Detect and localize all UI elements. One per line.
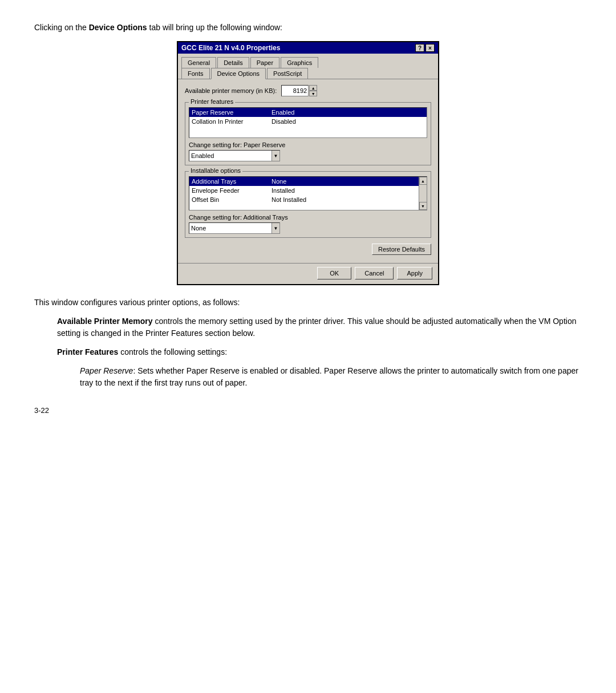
- dialog-wrapper: GCC Elite 21 N v4.0 Properties ? × Gener…: [34, 41, 582, 285]
- apply-button[interactable]: Apply: [397, 267, 432, 279]
- restore-row: Restore Defaults: [185, 244, 431, 255]
- indent-paper-reserve: Paper Reserve: Sets whether Paper Reserv…: [80, 365, 582, 389]
- install-row-offset[interactable]: Offset Bin Not Installed: [189, 195, 427, 204]
- install-name-offset: Offset Bin: [192, 196, 271, 203]
- install-row-envelope[interactable]: Envelope Feeder Installed: [189, 186, 427, 195]
- feature-name-collation: Collation In Printer: [192, 118, 271, 125]
- feature-row-paper-reserve[interactable]: Paper Reserve Enabled: [189, 108, 427, 117]
- intro-text-before: Clicking on the: [34, 23, 89, 32]
- printer-features-group: Printer features Paper Reserve Enabled C…: [185, 102, 431, 165]
- tab-paper[interactable]: Paper: [250, 57, 279, 68]
- body-section1: Available Printer Memory controls the me…: [57, 315, 582, 339]
- restore-defaults-button[interactable]: Restore Defaults: [372, 244, 431, 255]
- tab-postscript[interactable]: PostScript: [267, 68, 308, 79]
- dialog-footer: OK Cancel Apply: [178, 263, 438, 284]
- install-value-additional-trays: None: [271, 178, 286, 185]
- tab-details[interactable]: Details: [217, 57, 249, 68]
- help-button[interactable]: ?: [415, 44, 424, 52]
- body-section1-para: Available Printer Memory controls the me…: [57, 315, 582, 339]
- installable-dropdown-arrow-icon: ▼: [271, 223, 279, 233]
- change-installable-label: Change setting for: Additional Trays: [189, 214, 427, 221]
- tab-bar: General Details Paper Graphics Fonts Dev…: [178, 54, 438, 79]
- body-section2: Printer Features controls the following …: [57, 346, 582, 358]
- memory-label: Available printer memory (in KB):: [185, 87, 277, 94]
- dialog-title: GCC Elite 21 N v4.0 Properties: [181, 44, 280, 52]
- printer-features-label: Printer features: [189, 98, 235, 105]
- ok-button[interactable]: OK: [317, 267, 351, 279]
- body-section2-bold: Printer Features: [57, 347, 118, 356]
- dropdown-arrow-icon: ▼: [271, 151, 279, 161]
- tab-fonts[interactable]: Fonts: [181, 68, 210, 79]
- titlebar-buttons: ? ×: [415, 44, 435, 52]
- close-button[interactable]: ×: [425, 44, 435, 52]
- change-dropdown-value: Enabled: [191, 152, 214, 159]
- change-dropdown-row: Enabled ▼: [189, 150, 427, 161]
- spin-down[interactable]: ▼: [309, 91, 317, 96]
- indent-text-content: : Sets whether Paper Reserve is enabled …: [80, 366, 578, 387]
- indent-italic: Paper Reserve: [80, 366, 133, 375]
- install-name-additional-trays: Additional Trays: [192, 178, 271, 185]
- change-dropdown[interactable]: Enabled ▼: [189, 150, 280, 161]
- body-section2-para: Printer Features controls the following …: [57, 346, 582, 358]
- body-section2-text: controls the following settings:: [118, 347, 227, 356]
- change-installable-value: None: [191, 225, 206, 232]
- feature-name-paper-reserve: Paper Reserve: [192, 109, 271, 116]
- tab-device-options[interactable]: Device Options: [211, 68, 266, 79]
- installable-options-group: Installable options Additional Trays Non…: [185, 171, 431, 238]
- installable-label: Installable options: [189, 167, 242, 174]
- install-scrollbar: ▲ ▼: [419, 177, 427, 210]
- change-installable-dropdown-row: None ▼: [189, 222, 427, 234]
- feature-value-collation: Disabled: [271, 118, 296, 125]
- cancel-button[interactable]: Cancel: [355, 267, 394, 279]
- body-intro: This window configures various printer o…: [34, 297, 582, 309]
- spin-up[interactable]: ▲: [309, 85, 317, 91]
- memory-input[interactable]: [281, 85, 309, 96]
- install-value-envelope: Installed: [271, 187, 295, 194]
- install-value-offset: Not Installed: [271, 196, 306, 203]
- installable-list[interactable]: Additional Trays None Envelope Feeder In…: [189, 176, 427, 210]
- intro-bold: Device Options: [89, 23, 147, 32]
- change-setting-label: Change setting for: Paper Reserve: [189, 141, 427, 148]
- dialog-titlebar: GCC Elite 21 N v4.0 Properties ? ×: [178, 42, 438, 54]
- intro-text-after: tab will bring up the following window:: [147, 23, 282, 32]
- feature-list[interactable]: Paper Reserve Enabled Collation In Print…: [189, 107, 427, 138]
- change-installable-dropdown[interactable]: None ▼: [189, 222, 280, 234]
- scroll-up-btn[interactable]: ▲: [419, 177, 427, 185]
- memory-row: Available printer memory (in KB): ▲ ▼: [185, 85, 431, 96]
- install-row-additional-trays[interactable]: Additional Trays None: [189, 177, 427, 186]
- feature-value-paper-reserve: Enabled: [271, 109, 294, 116]
- body-section1-bold: Available Printer Memory: [57, 317, 153, 326]
- memory-spinner: ▲ ▼: [309, 85, 317, 96]
- scroll-down-btn[interactable]: ▼: [419, 202, 427, 210]
- dialog-window: GCC Elite 21 N v4.0 Properties ? × Gener…: [177, 41, 439, 285]
- tab-row-1: General Details Paper Graphics: [181, 57, 435, 68]
- dialog-content: Available printer memory (in KB): ▲ ▼ Pr…: [178, 79, 438, 263]
- indent-paper-reserve-para: Paper Reserve: Sets whether Paper Reserv…: [80, 365, 582, 389]
- feature-row-collation[interactable]: Collation In Printer Disabled: [189, 117, 427, 126]
- tab-general[interactable]: General: [181, 57, 216, 68]
- tab-row-2: Fonts Device Options PostScript: [181, 68, 435, 79]
- tab-graphics[interactable]: Graphics: [281, 57, 318, 68]
- install-name-envelope: Envelope Feeder: [192, 187, 271, 194]
- intro-paragraph: Clicking on the Device Options tab will …: [34, 23, 582, 32]
- page-number: 3-22: [34, 406, 582, 415]
